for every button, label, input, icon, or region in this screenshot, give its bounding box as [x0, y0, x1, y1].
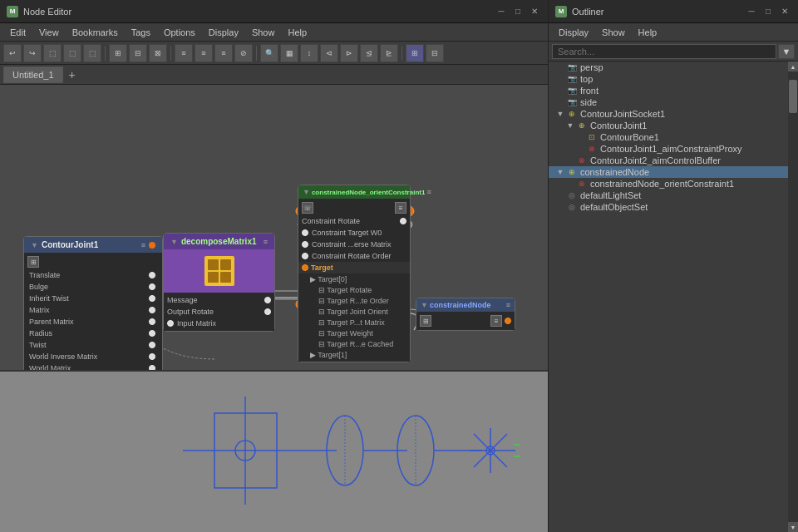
- outliner-minimize-button[interactable]: ─: [745, 5, 758, 18]
- tree-label-contour-joint1: ContourJoint1: [590, 121, 648, 131]
- camera-icon-side: 📷: [565, 97, 579, 107]
- port-twist: Twist: [24, 339, 162, 351]
- expand-aim-buffer: [565, 155, 575, 165]
- toolbar-btn-18[interactable]: ⊴: [360, 44, 378, 62]
- tree-scroll-container: 📷 persp 📷 top 📷 front: [549, 62, 798, 532]
- port-inherit-twist: Inherit Twist: [24, 293, 162, 304]
- toolbar-btn-14[interactable]: ▦: [280, 44, 298, 62]
- menu-tags[interactable]: Tags: [125, 26, 157, 39]
- tree-item-default-light-set[interactable]: ◎ defaultLightSet: [549, 190, 788, 201]
- tree-item-persp[interactable]: 📷 persp: [549, 62, 788, 73]
- tree-item-aim-constraint-proxy[interactable]: ⊗ ContourJoint1_aimConstraintProxy: [549, 143, 788, 155]
- tab-untitled1[interactable]: Untitled_1: [3, 66, 63, 83]
- toolbar-sep-4: [401, 46, 402, 61]
- menu-bookmarks[interactable]: Bookmarks: [66, 26, 125, 39]
- menu-help[interactable]: Help: [281, 26, 313, 39]
- expand-constrained-node[interactable]: ▼: [555, 167, 565, 177]
- toolbar-btn-10[interactable]: ≡: [195, 44, 213, 62]
- tree-label-orient-constraint: constrainedNode_orientConstraint1: [590, 179, 734, 189]
- menu-show[interactable]: Show: [245, 26, 282, 39]
- toolbar-btn-11[interactable]: ≡: [214, 44, 233, 62]
- tree-item-front[interactable]: 📷 front: [549, 85, 788, 96]
- tree-item-default-object-set[interactable]: ◎ defaultObjectSet: [549, 201, 788, 213]
- toolbar-btn-19[interactable]: ⊵: [380, 44, 398, 62]
- toolbar-btn-3[interactable]: ⬚: [43, 44, 62, 62]
- tree-item-aim-control-buffer[interactable]: ⊗ ContourJoint2_aimControlBuffer: [549, 155, 788, 166]
- node-editor-menubar: Edit View Bookmarks Tags Options Display…: [0, 23, 548, 42]
- bottom-viewport: [0, 370, 548, 532]
- search-dropdown-btn[interactable]: ▼: [778, 44, 795, 59]
- outliner-maximize-button[interactable]: □: [761, 5, 775, 18]
- constraint-icon-orient: ⊗: [575, 179, 589, 189]
- tree-item-contour-bone1[interactable]: ⊡ ContourBone1: [549, 131, 788, 143]
- outliner-menu-display[interactable]: Display: [552, 26, 595, 39]
- camera-icon-front: 📷: [565, 86, 579, 96]
- toolbar-btn-15[interactable]: ↕: [300, 44, 318, 62]
- node-editor-canvas[interactable]: ▼ ContourJoint1 ≡ ⊞ Translate Bulge Inhe…: [0, 85, 548, 532]
- main-container: M Node Editor ─ □ ✕ Edit View Bookmarks …: [0, 0, 798, 532]
- toolbar-btn-13[interactable]: 🔍: [260, 44, 278, 62]
- light-icon-default: ◎: [565, 190, 579, 200]
- outliner-icon: M: [555, 6, 567, 17]
- port-radius: Radius: [24, 328, 162, 339]
- tree-label-front: front: [580, 86, 598, 96]
- menu-options[interactable]: Options: [157, 26, 202, 39]
- toolbar-btn-8[interactable]: ⊠: [149, 44, 167, 62]
- toolbar-btn-16[interactable]: ⊲: [320, 44, 338, 62]
- search-input[interactable]: [552, 44, 776, 59]
- outliner-scrollbar[interactable]: ▲ ▼: [788, 62, 798, 532]
- tree-label-aim-buffer: ContourJoint2_aimControlBuffer: [590, 155, 721, 165]
- toolbar-btn-21[interactable]: ⊟: [426, 44, 444, 62]
- tree-item-orient-constraint[interactable]: ⊗ constrainedNode_orientConstraint1: [549, 178, 788, 190]
- outliner-close-button[interactable]: ✕: [778, 5, 791, 18]
- scroll-thumb[interactable]: [789, 80, 797, 113]
- tree-label-aim-proxy: ContourJoint1_aimConstraintProxy: [600, 144, 742, 154]
- minimize-button[interactable]: ─: [495, 5, 508, 18]
- toolbar-btn-1[interactable]: ↩: [3, 44, 22, 62]
- toolbar-btn-20[interactable]: ⊞: [406, 44, 424, 62]
- joint-icon-joint1: ⊕: [575, 121, 589, 131]
- close-button[interactable]: ✕: [528, 5, 541, 18]
- outliner-menu-help[interactable]: Help: [632, 26, 664, 39]
- tree-item-top[interactable]: 📷 top: [549, 73, 788, 85]
- menu-edit[interactable]: Edit: [3, 26, 32, 39]
- tree-item-side[interactable]: 📷 side: [549, 96, 788, 108]
- node-constrained[interactable]: ▼ constrainedNode ≡ ⊞ ≡: [416, 298, 515, 331]
- maximize-button[interactable]: □: [511, 5, 525, 18]
- tree-label-constrained-node: constrainedNode: [580, 167, 649, 177]
- toolbar-btn-12[interactable]: ⊘: [234, 44, 253, 62]
- menu-display[interactable]: Display: [202, 26, 245, 39]
- tree-item-contour-joint-socket[interactable]: ▼ ⊕ ContourJointSocket1: [549, 108, 788, 120]
- expand-aim-proxy: [575, 144, 585, 154]
- toolbar-btn-9[interactable]: ≡: [175, 44, 193, 62]
- scroll-track[interactable]: [788, 71, 798, 522]
- node-contour-title: ContourJoint1: [42, 240, 98, 249]
- toolbar-btn-2[interactable]: ↪: [23, 44, 42, 62]
- tree-item-constrained-node[interactable]: ▼ ⊕ constrainedNode: [549, 166, 788, 178]
- expand-object-set: [555, 202, 565, 212]
- toolbar-btn-7[interactable]: ⊟: [129, 44, 147, 62]
- add-tab-button[interactable]: +: [65, 67, 80, 82]
- outliner-panel: M Outliner ─ □ ✕ Display Show Help ▼: [549, 0, 798, 532]
- tree-item-contour-joint1[interactable]: ▼ ⊕ ContourJoint1: [549, 120, 788, 131]
- toolbar-btn-5[interactable]: ⬚: [83, 44, 101, 62]
- scroll-up-btn[interactable]: ▲: [788, 62, 798, 71]
- port-world-inv-matrix: World Inverse Matrix: [24, 351, 162, 362]
- expand-contour-joint1[interactable]: ▼: [565, 121, 575, 131]
- constraint-icon-aim-proxy: ⊗: [585, 144, 598, 154]
- toolbar-btn-17[interactable]: ⊳: [340, 44, 358, 62]
- node-orient-constraint[interactable]: ▼ constrainedNode_orientConstraint1 ≡ ☏ …: [298, 185, 411, 362]
- outliner-title: Outliner: [572, 7, 745, 17]
- toolbar-btn-6[interactable]: ⊞: [109, 44, 127, 62]
- joint-icon-constrained: ⊕: [565, 167, 579, 177]
- outliner-menu-show[interactable]: Show: [595, 26, 632, 39]
- node-editor-tabbar: Untitled_1 +: [0, 65, 548, 85]
- scroll-down-btn[interactable]: ▼: [788, 522, 798, 532]
- expand-top: [555, 74, 565, 84]
- toolbar-btn-4[interactable]: ⬚: [63, 44, 81, 62]
- tree-label-contour-joint-socket: ContourJointSocket1: [580, 109, 665, 119]
- outliner-titlebar: M Outliner ─ □ ✕: [549, 0, 798, 23]
- node-decompose-matrix[interactable]: ▼ decomposeMatrix1 ≡ Message: [163, 233, 275, 332]
- expand-contour-joint-socket[interactable]: ▼: [555, 109, 565, 119]
- menu-view[interactable]: View: [32, 26, 66, 39]
